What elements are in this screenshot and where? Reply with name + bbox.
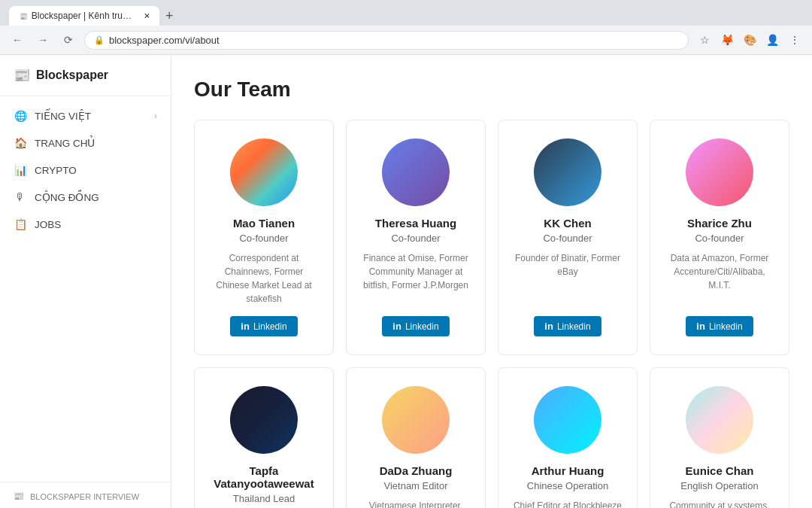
avatar-placeholder	[230, 138, 298, 206]
team-member-desc: Founder of Binatir, Former eBay	[511, 251, 625, 306]
active-tab[interactable]: 📰 Blockspaper | Kênh truyền thô... ✕	[9, 6, 159, 26]
sidebar-item-tieng-viet[interactable]: 🌐 TIẾNG VIỆT ›	[0, 102, 171, 129]
tieng-viet-label: TIẾNG VIỆT	[35, 110, 91, 122]
nav-actions: ☆ 🦊 🎨 👤 ⋮	[695, 30, 804, 50]
crypto-icon: 📊	[14, 164, 27, 176]
avatar-placeholder	[686, 386, 753, 454]
browser-chrome: 📰 Blockspaper | Kênh truyền thô... ✕ +	[0, 0, 812, 26]
linkedin-label: Linkedin	[405, 321, 439, 332]
team-member-role: Co-founder	[695, 233, 744, 244]
team-member-role: English Operation	[680, 480, 758, 491]
sidebar-item-crypto[interactable]: 📊 CRYPTO	[0, 157, 171, 184]
chevron-right-icon: ›	[154, 111, 157, 121]
team-grid: Mao Tianen Co-founder Correspondent at C…	[194, 120, 789, 508]
team-member-desc: Correspondent at Chainnews, Former Chine…	[207, 251, 321, 306]
team-card: DaDa Zhuang Vietnam Editor Vietnamese In…	[346, 367, 486, 508]
linkedin-button[interactable]: in Linkedin	[534, 316, 601, 336]
team-member-desc: Vietnamese Interpreter, Collaborators at…	[359, 499, 473, 508]
linkedin-label: Linkedin	[253, 321, 287, 332]
linkedin-label: Linkedin	[709, 321, 743, 332]
crypto-label: CRYPTO	[35, 165, 77, 176]
avatar-placeholder	[382, 386, 450, 454]
sidebar: 📰 Blockspaper 🌐 TIẾNG VIỆT › 🏠 TRANG CHỦ…	[0, 55, 171, 508]
linkedin-icon: in	[241, 321, 250, 332]
team-member-role: Chinese Operation	[527, 480, 608, 491]
jobs-icon: 📋	[14, 218, 27, 230]
tab-title: Blockspaper | Kênh truyền thô...	[32, 11, 136, 21]
sidebar-nav: 🌐 TIẾNG VIỆT › 🏠 TRANG CHỦ 📊 CRYPTO 🎙 CỘ…	[0, 96, 171, 482]
menu-icon[interactable]: ⋮	[785, 30, 804, 50]
sidebar-item-cong-dong[interactable]: 🎙 CỘNG ĐỒNG	[0, 184, 171, 211]
jobs-label: JOBS	[35, 219, 61, 230]
avatar	[686, 138, 753, 206]
sidebar-logo: 📰 Blockspaper	[0, 55, 171, 96]
new-tab-button[interactable]: +	[159, 7, 180, 26]
avatar	[382, 138, 450, 206]
extension2-icon[interactable]: 🎨	[740, 30, 759, 50]
trang-chu-icon: 🏠	[14, 137, 27, 149]
back-button[interactable]: ←	[8, 30, 27, 50]
sidebar-item-left: 📊 CRYPTO	[14, 164, 77, 176]
team-member-role: Vietnam Editor	[383, 480, 447, 491]
team-card: Theresa Huang Co-founder Finance at Omis…	[346, 120, 486, 355]
sidebar-item-jobs[interactable]: 📋 JOBS	[0, 211, 171, 238]
team-member-name: Mao Tianen	[233, 217, 295, 230]
tab-favicon: 📰	[20, 12, 27, 20]
team-card: KK Chen Co-founder Founder of Binatir, F…	[498, 120, 638, 355]
refresh-button[interactable]: ⟳	[59, 30, 78, 50]
team-card: Eunice Chan English Operation Community …	[650, 367, 789, 508]
team-member-name: KK Chen	[544, 217, 591, 230]
linkedin-button[interactable]: in Linkedin	[230, 316, 297, 336]
logo-text: Blockspaper	[36, 68, 108, 82]
lock-icon: 🔒	[94, 35, 105, 45]
linkedin-icon: in	[696, 321, 705, 332]
browser-nav: ← → ⟳ 🔒 blockspaper.com/vi/about ☆ 🦊 🎨 👤…	[0, 26, 812, 55]
linkedin-button[interactable]: in Linkedin	[382, 316, 449, 336]
sidebar-item-left: 🏠 TRANG CHỦ	[14, 137, 95, 149]
avatar-placeholder	[534, 386, 601, 454]
logo-icon: 📰	[14, 67, 30, 84]
extension1-icon[interactable]: 🦊	[717, 30, 737, 50]
team-member-name: DaDa Zhuang	[380, 464, 453, 477]
page: 📰 Blockspaper 🌐 TIẾNG VIỆT › 🏠 TRANG CHỦ…	[0, 55, 812, 508]
forward-button[interactable]: →	[33, 30, 53, 50]
avatar-placeholder	[534, 138, 601, 206]
team-member-role: Thailand Lead	[233, 493, 295, 504]
sidebar-item-trang-chu[interactable]: 🏠 TRANG CHỦ	[0, 129, 171, 157]
tab-close-button[interactable]: ✕	[144, 11, 149, 21]
page-title: Our Team	[194, 78, 789, 102]
sidebar-item-left: 🌐 TIẾNG VIỆT	[14, 110, 91, 122]
team-member-role: Co-founder	[239, 233, 288, 244]
main-content: Our Team Mao Tianen Co-founder Correspon…	[171, 55, 812, 508]
avatar-placeholder	[230, 386, 298, 454]
team-card: Mao Tianen Co-founder Correspondent at C…	[194, 120, 334, 355]
avatar	[230, 386, 298, 454]
extension3-icon[interactable]: 👤	[762, 30, 782, 50]
avatar-placeholder	[382, 138, 450, 206]
url-text: blockspaper.com/vi/about	[109, 35, 220, 46]
sidebar-item-left: 📋 JOBS	[14, 218, 61, 230]
team-card: Tapfa Vatanyootaweewat Thailand Lead Cry…	[194, 367, 334, 508]
team-member-name: Eunice Chan	[686, 464, 754, 477]
cong-dong-label: CỘNG ĐỒNG	[35, 191, 99, 203]
team-member-name: Tapfa Vatanyootaweewat	[207, 464, 321, 490]
linkedin-icon: in	[544, 321, 553, 332]
avatar-placeholder	[686, 138, 753, 206]
linkedin-button[interactable]: in Linkedin	[686, 316, 753, 336]
team-member-desc: Community at v.systems, Former EOS/Block…	[662, 499, 777, 508]
sidebar-bottom: 📰 BLOCKSPAPER INTERVIEW	[0, 482, 171, 508]
team-card: Sharice Zhu Co-founder Data at Amazon, F…	[650, 120, 789, 355]
linkedin-icon: in	[392, 321, 401, 332]
avatar	[534, 138, 601, 206]
team-member-name: Sharice Zhu	[687, 217, 752, 230]
cong-dong-icon: 🎙	[14, 191, 27, 203]
avatar	[534, 386, 601, 454]
team-member-role: Co-founder	[391, 233, 440, 244]
browser-tabs: 📰 Blockspaper | Kênh truyền thô... ✕ +	[9, 6, 803, 26]
linkedin-label: Linkedin	[557, 321, 591, 332]
avatar	[382, 386, 450, 454]
bookmark-icon[interactable]: ☆	[695, 30, 714, 50]
address-bar[interactable]: 🔒 blockspaper.com/vi/about	[84, 31, 689, 50]
team-card: Arthur Huang Chinese Operation Chief Edi…	[498, 367, 638, 508]
sidebar-item-left: 🎙 CỘNG ĐỒNG	[14, 191, 99, 203]
